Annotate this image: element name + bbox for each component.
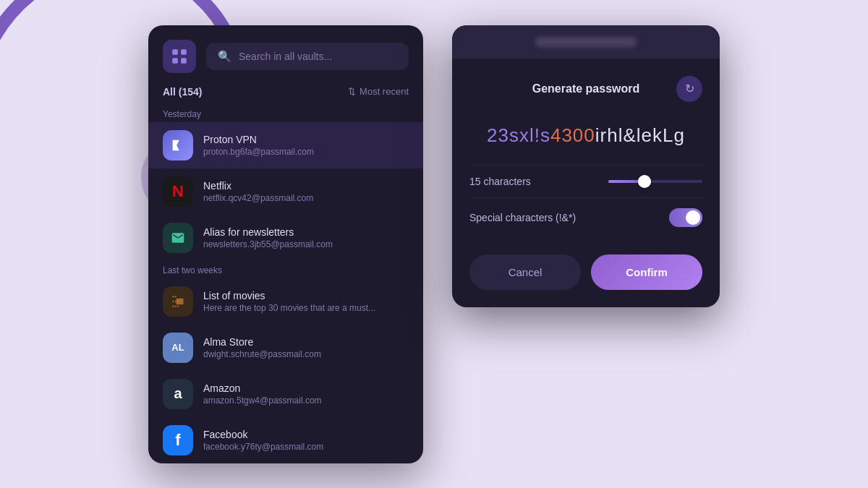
list-item[interactable]: a Amazon amazon.5tgw4@passmail.com (148, 371, 423, 417)
toggle-thumb (686, 210, 700, 225)
item-text: Amazon amazon.5tgw4@passmail.com (203, 382, 409, 406)
special-chars-toggle[interactable] (669, 208, 702, 227)
confirm-button[interactable]: Confirm (591, 254, 702, 290)
item-title: Alias for newsletters (203, 226, 409, 238)
panel-top-bar (452, 25, 720, 59)
item-subtitle: newsletters.3jb55@passmail.com (203, 239, 409, 249)
item-title: Proton VPN (203, 134, 409, 145)
svg-rect-4 (176, 298, 184, 304)
vault-logo (163, 40, 196, 73)
alma-icon: AL (163, 333, 193, 363)
item-subtitle: Here are the top 30 movies that are a mu… (203, 303, 409, 313)
slider-track (608, 180, 702, 183)
movies-icon (163, 286, 193, 317)
vault-header: 🔍 Search in all vaults... (148, 25, 423, 82)
item-subtitle: dwight.schrute@passmail.com (203, 349, 409, 359)
characters-label: 15 characters (469, 176, 531, 187)
search-placeholder: Search in all vaults... (239, 51, 332, 62)
characters-option-row: 15 characters (469, 165, 702, 197)
list-item[interactable]: N Netflix netflix.qcv42@passmail.com (148, 168, 423, 215)
item-title: List of movies (203, 290, 409, 301)
list-item[interactable]: Alias for newsletters newsletters.3jb55@… (148, 215, 423, 261)
item-text: Facebook facebook.y76ty@passmail.com (203, 429, 409, 452)
slider-thumb (638, 175, 651, 188)
list-item[interactable]: AL Alma Store dwight.schrute@passmail.co… (148, 325, 423, 371)
search-icon: 🔍 (218, 50, 231, 63)
svg-rect-3 (181, 58, 187, 64)
alias-icon (163, 223, 193, 253)
item-text: Alias for newsletters newsletters.3jb55@… (203, 226, 409, 249)
search-bar[interactable]: 🔍 Search in all vaults... (206, 43, 409, 70)
cancel-button[interactable]: Cancel (469, 254, 581, 290)
main-content: 🔍 Search in all vaults... All (154) ⇅ Mo… (148, 25, 720, 463)
vault-filter: All (154) ⇅ Most recent (148, 82, 423, 105)
svg-rect-1 (181, 49, 187, 55)
panel-header: Generate password ↻ (452, 59, 720, 109)
item-text: Alma Store dwight.schrute@passmail.com (203, 336, 409, 359)
section-last-two-weeks: Last two weeks (148, 261, 423, 278)
item-subtitle: proton.bg6fa@passmail.com (203, 147, 409, 157)
password-part3: irhl&lekLg (595, 124, 685, 146)
item-title: Facebook (203, 429, 409, 440)
item-subtitle: netflix.qcv42@passmail.com (203, 193, 409, 203)
password-panel: Generate password ↻ 23sxl!s4300irhl&lekL… (452, 25, 720, 308)
svg-rect-0 (172, 49, 178, 55)
netflix-icon: N (163, 176, 193, 207)
filter-sort[interactable]: ⇅ Most recent (348, 86, 409, 97)
filter-all-label: All (154) (163, 86, 202, 98)
item-title: Netflix (203, 180, 409, 192)
item-subtitle: facebook.y76ty@passmail.com (203, 442, 409, 452)
section-yesterday: Yesterday (148, 105, 423, 122)
refresh-button[interactable]: ↻ (676, 76, 702, 102)
svg-rect-2 (172, 58, 178, 64)
special-chars-option-row: Special characters (!&*) (469, 197, 702, 237)
password-part1: 23sxl!s (487, 124, 550, 146)
generate-password-title: Generate password (495, 82, 676, 95)
item-text: Proton VPN proton.bg6fa@passmail.com (203, 134, 409, 157)
list-item[interactable]: Proton VPN proton.bg6fa@passmail.com (148, 122, 423, 168)
generated-password-display: 23sxl!s4300irhl&lekLg (452, 109, 720, 166)
vault-panel: 🔍 Search in all vaults... All (154) ⇅ Mo… (148, 25, 423, 463)
item-title: Alma Store (203, 336, 409, 348)
password-options: 15 characters Special characters (!&*) (452, 165, 720, 249)
item-text: Netflix netflix.qcv42@passmail.com (203, 180, 409, 203)
blurred-content (535, 37, 637, 47)
amazon-icon: a (163, 379, 193, 409)
list-item[interactable]: f Facebook facebook.y76ty@passmail.com (148, 417, 423, 463)
list-item[interactable]: List of movies Here are the top 30 movie… (148, 278, 423, 325)
item-subtitle: amazon.5tgw4@passmail.com (203, 395, 409, 406)
proton-vpn-icon (163, 130, 193, 160)
characters-slider[interactable] (608, 180, 702, 183)
password-part2: 4300 (550, 124, 595, 146)
item-text: List of movies Here are the top 30 movie… (203, 290, 409, 313)
special-chars-label: Special characters (!&*) (469, 212, 576, 223)
facebook-icon: f (163, 425, 193, 455)
item-title: Amazon (203, 382, 409, 394)
action-buttons: Cancel Confirm (452, 249, 720, 307)
vault-list: Yesterday Proton VPN proton.bg6fa@passma… (148, 105, 423, 463)
